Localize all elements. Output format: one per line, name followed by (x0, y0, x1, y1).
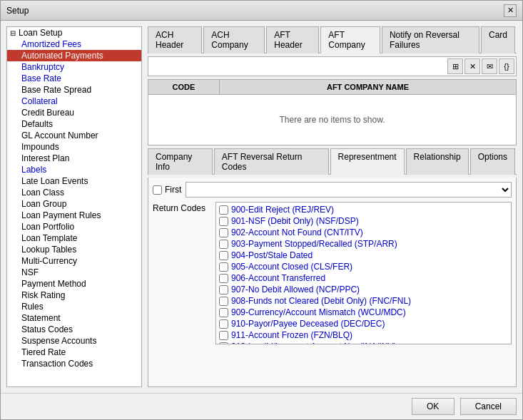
tree-link[interactable]: Collateral (21, 96, 58, 106)
sec-tab-relationship[interactable]: Relationship (406, 148, 469, 175)
tree-root[interactable]: ⊟ Loan Setup (7, 27, 141, 39)
code-item: 905-Account Closed (CLS/FER) (218, 261, 509, 272)
tree-items-container: Amortized FeesAutomated PaymentsBankrupt… (7, 39, 141, 369)
tree-item-collateral[interactable]: Collateral (7, 96, 141, 107)
code-link-7[interactable]: 907-No Debit Allowed (NCP/PPC) (231, 285, 360, 294)
tree-item-bankruptcy[interactable]: Bankruptcy (7, 61, 141, 73)
tree-item-tiered-rate[interactable]: Tiered Rate (7, 347, 141, 358)
tab-aft-header[interactable]: AFT Header (266, 26, 319, 53)
code-checkbox-12[interactable] (219, 342, 228, 345)
toolbar-delete-btn[interactable]: ✕ (464, 58, 480, 74)
cancel-button[interactable]: Cancel (460, 398, 517, 415)
first-label: First (165, 185, 181, 195)
code-checkbox-6[interactable] (219, 274, 228, 283)
code-item: 901-NSF (Debit Only) (NSF/DSP) (218, 215, 509, 227)
tree-item-lookup-tables[interactable]: Lookup Tables (7, 244, 141, 255)
return-codes-label: Return Codes (153, 202, 210, 213)
code-link-12[interactable]: 912-Invalid/Incorrect Account No. (INA/I… (231, 342, 396, 344)
tree-item-suspense-accounts[interactable]: Suspense Accounts (7, 335, 141, 347)
code-checkbox-2[interactable] (219, 228, 228, 237)
toolbar-grid-btn[interactable]: ⊞ (447, 58, 463, 74)
code-link-2[interactable]: 902-Account Not Found (CNT/ITV) (231, 227, 363, 237)
tree-item-status-codes[interactable]: Status Codes (7, 324, 141, 335)
code-link-4[interactable]: 904-Post/Stale Dated (231, 250, 313, 260)
code-item: 909-Currency/Account Mismatch (WCU/MDC) (218, 307, 509, 318)
code-checkbox-4[interactable] (219, 251, 228, 260)
tree-link[interactable]: Base Rate (21, 73, 61, 83)
first-row: First (153, 182, 512, 198)
tree-item-risk-rating[interactable]: Risk Rating (7, 290, 141, 301)
tab-notify-on-reversal-failures[interactable]: Notify on Reversal Failures (382, 26, 479, 53)
close-button[interactable]: ✕ (504, 4, 517, 17)
tree-link[interactable]: Labels (21, 165, 46, 175)
tree-item-automated-payments[interactable]: Automated Payments (7, 50, 141, 61)
code-checkbox-1[interactable] (219, 217, 228, 226)
tree-item-rules[interactable]: Rules (7, 301, 141, 312)
tree-item-late-loan-events[interactable]: Late Loan Events (7, 175, 141, 187)
code-link-5[interactable]: 905-Account Closed (CLS/FER) (231, 262, 352, 272)
sec-tab-aft-reversal-return-codes[interactable]: AFT Reversal Return Codes (214, 148, 329, 175)
tree-item-loan-template[interactable]: Loan Template (7, 232, 141, 244)
tree-item-interest-plan[interactable]: Interest Plan (7, 153, 141, 164)
code-link-6[interactable]: 906-Account Transferred (231, 273, 325, 283)
tree-link[interactable]: Bankruptcy (21, 62, 64, 72)
tree-item-statement[interactable]: Statement (7, 312, 141, 324)
tree-link[interactable]: Amortized Fees (21, 39, 81, 49)
tab-ach-company[interactable]: ACH Company (203, 26, 265, 53)
code-link-0[interactable]: 900-Edit Reject (REJ/REV) (231, 205, 334, 215)
tree-item-transaction-codes[interactable]: Transaction Codes (7, 358, 141, 369)
secondary-tabs: Company InfoAFT Reversal Return CodesRep… (148, 148, 517, 175)
code-link-3[interactable]: 903-Payment Stopped/Recalled (STP/ARR) (231, 239, 397, 249)
tree-item-gl-account-number[interactable]: GL Account Number (7, 130, 141, 141)
code-checkbox-11[interactable] (219, 331, 228, 340)
first-checkbox[interactable] (153, 185, 162, 195)
ok-button[interactable]: OK (412, 398, 455, 415)
main-content: ⊟ Loan Setup Amortized FeesAutomated Pay… (1, 21, 522, 393)
code-link-11[interactable]: 911-Account Frozen (FZN/BLQ) (231, 330, 352, 340)
tab-card[interactable]: Card (481, 26, 515, 53)
setup-window: Setup ✕ ⊟ Loan Setup Amortized FeesAutom… (0, 0, 523, 420)
code-item: 906-Account Transferred (218, 272, 509, 284)
tab-ach-header[interactable]: ACH Header (148, 26, 202, 53)
tree-item-multi-currency[interactable]: Multi-Currency (7, 255, 141, 267)
code-checkbox-9[interactable] (219, 308, 228, 317)
toolbar-code-btn[interactable]: {} (499, 58, 514, 74)
code-checkbox-3[interactable] (219, 240, 228, 249)
code-checkbox-0[interactable] (219, 205, 228, 215)
tree-item-impounds[interactable]: Impounds (7, 141, 141, 153)
tree-item-loan-class[interactable]: Loan Class (7, 187, 141, 198)
code-checkbox-8[interactable] (219, 297, 228, 306)
code-link-9[interactable]: 909-Currency/Account Mismatch (WCU/MDC) (231, 307, 406, 317)
code-link-1[interactable]: 901-NSF (Debit Only) (NSF/DSP) (231, 216, 359, 226)
sec-tab-representment[interactable]: Representment (330, 148, 405, 175)
tree-item-payment-method[interactable]: Payment Method (7, 278, 141, 290)
first-dropdown[interactable] (186, 182, 512, 198)
empty-message: There are no items to show. (279, 115, 385, 125)
tree-item-base-rate-spread[interactable]: Base Rate Spread (7, 84, 141, 96)
code-item: 904-Post/Stale Dated (218, 250, 509, 261)
codes-list: 900-Edit Reject (REJ/REV)901-NSF (Debit … (215, 202, 512, 344)
code-checkbox-5[interactable] (219, 262, 228, 272)
toolbar: ⊞ ✕ ✉ {} (148, 56, 517, 76)
code-checkbox-10[interactable] (219, 319, 228, 329)
rep-content: First Return Codes 900-Edit Reject (REJ/… (148, 178, 517, 387)
left-panel: ⊟ Loan Setup Amortized FeesAutomated Pay… (6, 26, 142, 387)
code-link-8[interactable]: 908-Funds not Cleared (Debit Only) (FNC/… (231, 296, 411, 306)
sec-tab-options[interactable]: Options (470, 148, 515, 175)
toolbar-edit-btn[interactable]: ✉ (482, 58, 497, 74)
code-item: 910-Payor/Payee Deceased (DEC/DEC) (218, 318, 509, 329)
tree-item-labels[interactable]: Labels (7, 164, 141, 175)
main-tabs: ACH HeaderACH CompanyAFT HeaderAFT Compa… (148, 26, 517, 53)
tree-item-amortized-fees[interactable]: Amortized Fees (7, 39, 141, 50)
tree-item-nsf[interactable]: NSF (7, 267, 141, 278)
tree-item-loan-payment-rules[interactable]: Loan Payment Rules (7, 210, 141, 221)
code-checkbox-7[interactable] (219, 285, 228, 294)
tree-item-loan-group[interactable]: Loan Group (7, 198, 141, 210)
tree-item-credit-bureau[interactable]: Credit Bureau (7, 107, 141, 118)
tree-item-base-rate[interactable]: Base Rate (7, 73, 141, 84)
tree-item-defaults[interactable]: Defaults (7, 118, 141, 130)
sec-tab-company-info[interactable]: Company Info (148, 148, 213, 175)
code-link-10[interactable]: 910-Payor/Payee Deceased (DEC/DEC) (231, 319, 385, 329)
tab-aft-company[interactable]: AFT Company (320, 26, 380, 53)
tree-item-loan-portfolio[interactable]: Loan Portfolio (7, 221, 141, 232)
